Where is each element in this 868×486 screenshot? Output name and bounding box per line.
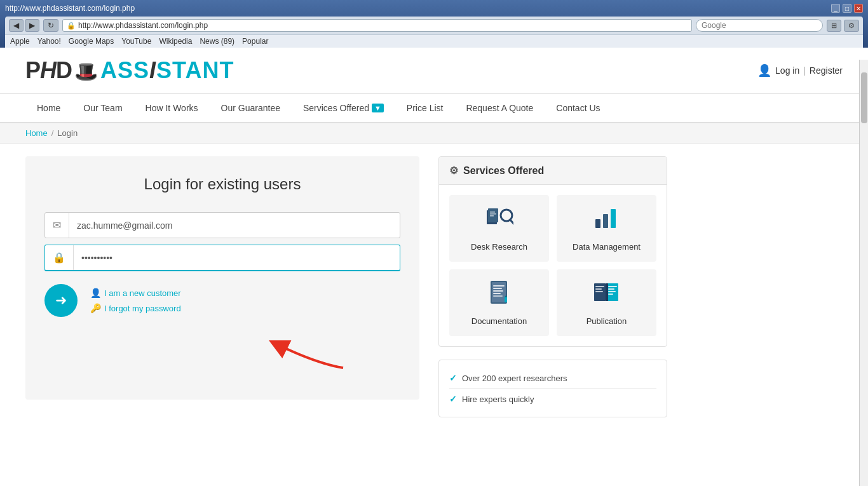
svg-rect-12 bbox=[612, 208, 614, 209]
nav-link-our-guarantee[interactable]: Our Guarantee bbox=[210, 94, 292, 122]
bookmark-yahoo[interactable]: Yahoo! bbox=[37, 37, 61, 46]
feature-item-1: ✓ Hire experts quickly bbox=[449, 389, 656, 409]
lock-field-icon: 🔒 bbox=[45, 245, 74, 270]
data-management-label: Data Management bbox=[573, 242, 641, 252]
nav-item-our-guarantee[interactable]: Our Guarantee bbox=[210, 94, 292, 122]
nav-item-services-offered[interactable]: Services Offered ▼ bbox=[292, 94, 395, 122]
svg-rect-19 bbox=[493, 295, 503, 297]
lock-icon: 🔒 bbox=[67, 22, 76, 30]
register-link[interactable]: Register bbox=[810, 65, 843, 76]
svg-rect-9 bbox=[611, 209, 616, 228]
services-header: ⚙ Services Offered bbox=[439, 157, 667, 185]
back-button[interactable]: ◀ bbox=[9, 19, 24, 32]
site-header: PHD 🎩 ASSISTANT 👤 Log in | Register bbox=[0, 48, 868, 94]
svg-rect-23 bbox=[595, 288, 602, 290]
new-customer-link[interactable]: 👤 I am a new customer bbox=[90, 288, 181, 298]
email-form-group: ✉ bbox=[44, 212, 400, 238]
svg-rect-18 bbox=[493, 293, 501, 294]
nav-item-our-team[interactable]: Our Team bbox=[72, 94, 133, 122]
nav-item-contact-us[interactable]: Contact Us bbox=[545, 94, 611, 122]
svg-rect-28 bbox=[608, 294, 613, 295]
desk-research-icon bbox=[457, 205, 541, 236]
nav-item-home[interactable]: Home bbox=[25, 94, 72, 122]
svg-rect-11 bbox=[604, 213, 607, 214]
reload-button[interactable]: ↻ bbox=[43, 19, 58, 32]
nav-item-price-list[interactable]: Price List bbox=[395, 94, 455, 122]
svg-rect-10 bbox=[597, 218, 599, 219]
nav-link-how-it-works[interactable]: How It Works bbox=[134, 94, 210, 122]
service-card-data-management[interactable]: Data Management bbox=[557, 195, 656, 262]
submit-button[interactable]: ➜ bbox=[44, 284, 78, 317]
bookmark-wikipedia[interactable]: Wikipedia bbox=[159, 37, 192, 46]
auth-separator: | bbox=[803, 65, 806, 76]
bookmark-popular[interactable]: Popular bbox=[242, 37, 268, 46]
settings-button[interactable]: ⚙ bbox=[844, 20, 859, 32]
svg-rect-27 bbox=[608, 291, 616, 292]
nav-item-how-it-works[interactable]: How It Works bbox=[134, 94, 210, 122]
search-bar[interactable] bbox=[702, 21, 817, 30]
login-title: Login for existing users bbox=[44, 175, 400, 193]
svg-rect-22 bbox=[595, 286, 604, 287]
service-card-publication[interactable]: Publication bbox=[557, 269, 656, 336]
login-section: Login for existing users ✉ 🔒 ➜ bbox=[25, 156, 419, 417]
address-bar[interactable] bbox=[78, 21, 688, 30]
svg-rect-8 bbox=[603, 214, 608, 228]
services-header-title: Services Offered bbox=[463, 165, 544, 177]
svg-rect-5 bbox=[490, 213, 496, 215]
nav-link-our-team[interactable]: Our Team bbox=[72, 94, 133, 122]
logo: PHD 🎩 ASSISTANT bbox=[25, 57, 234, 84]
service-card-desk-research[interactable]: Desk Research bbox=[449, 195, 549, 262]
red-arrow-svg bbox=[261, 330, 349, 374]
login-link[interactable]: Log in bbox=[775, 65, 799, 76]
svg-rect-6 bbox=[490, 215, 494, 217]
address-bar-container[interactable]: 🔒 bbox=[62, 19, 692, 32]
scrollbar-thumb[interactable] bbox=[861, 72, 867, 123]
publication-label: Publication bbox=[587, 316, 627, 326]
nav-link-home[interactable]: Home bbox=[25, 94, 72, 122]
data-management-icon bbox=[564, 205, 649, 236]
nav-link-services-offered[interactable]: Services Offered ▼ bbox=[292, 94, 395, 122]
svg-rect-7 bbox=[595, 219, 600, 228]
nav-link-contact-us[interactable]: Contact Us bbox=[545, 94, 611, 122]
email-field[interactable] bbox=[69, 214, 400, 237]
dropdown-icon: ▼ bbox=[372, 104, 384, 112]
password-field[interactable] bbox=[74, 246, 400, 269]
bookmark-youtube[interactable]: YouTube bbox=[121, 37, 151, 46]
service-card-documentation[interactable]: Documentation bbox=[449, 269, 549, 336]
forward-button[interactable]: ▶ bbox=[25, 19, 39, 32]
breadcrumb-separator: / bbox=[51, 128, 54, 138]
gear-icon: ⚙ bbox=[449, 165, 458, 177]
breadcrumb-home-link[interactable]: Home bbox=[25, 128, 48, 138]
login-links: 👤 I am a new customer 🔑 I forgot my pass… bbox=[90, 288, 181, 313]
browser-title: http://www.phdassistant.com/login.php bbox=[5, 4, 135, 13]
header-auth: 👤 Log in | Register bbox=[757, 64, 843, 78]
logo-phd: PHD bbox=[25, 57, 72, 84]
user-icon: 👤 bbox=[757, 64, 771, 78]
page-action-button[interactable]: ⊞ bbox=[827, 20, 841, 32]
login-actions-row: ➜ 👤 I am a new customer 🔑 I forgot my pa… bbox=[44, 284, 400, 317]
minimize-button[interactable]: _ bbox=[831, 4, 840, 13]
nav-list: Home Our Team How It Works Our Guarantee… bbox=[0, 94, 868, 122]
page: PHD 🎩 ASSISTANT 👤 Log in | Register Home… bbox=[0, 48, 868, 430]
main-content: Login for existing users ✉ 🔒 ➜ bbox=[0, 144, 868, 430]
check-icon-0: ✓ bbox=[449, 373, 457, 383]
forgot-password-link[interactable]: 🔑 I forgot my password bbox=[90, 303, 181, 313]
breadcrumb-current: Login bbox=[57, 128, 78, 138]
logo-tie-icon: 🎩 bbox=[74, 60, 98, 83]
email-icon: ✉ bbox=[45, 213, 69, 238]
close-button[interactable]: ✕ bbox=[854, 4, 863, 13]
nav-item-request-quote[interactable]: Request A Quote bbox=[454, 94, 545, 122]
nav-link-price-list[interactable]: Price List bbox=[395, 94, 455, 122]
bookmark-googlemaps[interactable]: Google Maps bbox=[69, 37, 114, 46]
browser-controls: _ □ ✕ bbox=[831, 4, 863, 13]
nav-link-request-quote[interactable]: Request A Quote bbox=[454, 94, 545, 122]
scrollbar[interactable] bbox=[859, 60, 868, 430]
browser-titlebar: http://www.phdassistant.com/login.php _ … bbox=[5, 4, 863, 13]
nav-arrows: ◀ ▶ bbox=[9, 19, 39, 32]
bookmark-apple[interactable]: Apple bbox=[10, 37, 30, 46]
feature-text-0: Over 200 expert researchers bbox=[462, 374, 567, 383]
bookmark-news[interactable]: News (89) bbox=[200, 37, 234, 46]
person-icon: 👤 bbox=[90, 288, 101, 298]
maximize-button[interactable]: □ bbox=[843, 4, 851, 13]
svg-rect-29 bbox=[606, 283, 608, 301]
